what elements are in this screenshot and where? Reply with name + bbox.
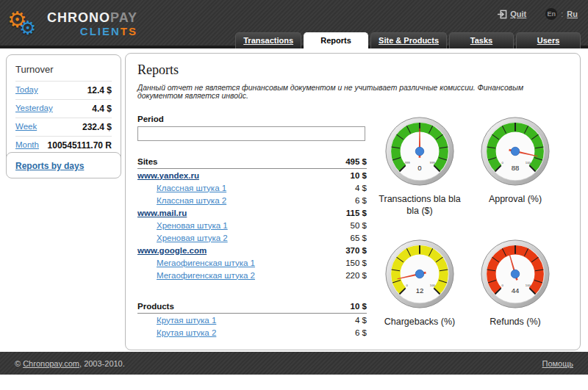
product-row: Крутая штука 26 $ (137, 326, 367, 339)
language-current-badge: En (545, 8, 557, 20)
svg-text:0: 0 (417, 164, 421, 172)
main-tabs: TransactionsReportsSite & ProductsTasksU… (233, 32, 581, 48)
tab-transactions[interactable]: Transactions (235, 32, 301, 48)
sites-header-label: Sites (137, 157, 158, 166)
products-table-header: Products 10 $ (137, 300, 367, 314)
tab-reports[interactable]: Reports (304, 32, 368, 48)
sites-table-header: Sites 495 $ (137, 156, 367, 169)
gauge-label: Approval (%) (489, 194, 542, 206)
svg-text:100: 100 (526, 161, 531, 165)
gauge-label: Transactions bla bla bla ($) (376, 194, 463, 217)
tab-site-products[interactable]: Site & Products (370, 32, 447, 48)
site-product-link[interactable]: Хреновая штука 1 (157, 221, 228, 230)
site-product-value: 4 $ (355, 184, 367, 192)
site-product-link[interactable]: Классная штука 2 (157, 196, 226, 205)
gauge-chargebacks: 0 100 12 Chargebacks (%) (375, 239, 465, 339)
site-product-link[interactable]: Мегаофигенская штука 1 (157, 259, 255, 267)
language-ru-link[interactable]: Ru (567, 10, 578, 18)
product-value: 4 $ (355, 316, 367, 325)
svg-text:12: 12 (416, 286, 424, 295)
language-switcher: En : Ru (545, 8, 578, 20)
gauge-dial: 0 100 44 (480, 239, 551, 312)
svg-text:-999: -999 (404, 161, 411, 165)
copyright-symbol: © (15, 359, 23, 368)
report-disclaimer: Данный отчет не является финансовым доку… (137, 84, 568, 100)
reports-by-days-link[interactable]: Reports by days (15, 161, 84, 171)
turnover-link-week[interactable]: Week (15, 122, 37, 131)
turnover-value: 232.4 $ (82, 122, 112, 132)
logo-chrono: CHRONO (47, 10, 110, 25)
product-link[interactable]: Крутая штука 1 (157, 316, 216, 325)
gauge-label: Refunds (%) (490, 317, 540, 328)
product-row: Крутая штука 14 $ (137, 314, 367, 326)
site-value: 115 $ (346, 209, 367, 217)
site-link[interactable]: www.google.com (137, 246, 207, 255)
turnover-link-month[interactable]: Month (15, 140, 39, 149)
period-label: Period (137, 115, 367, 123)
chronopay-link[interactable]: Chronopay.com (23, 359, 79, 368)
site-row: www.mail.ru115 $ (137, 206, 367, 219)
site-link[interactable]: www.yandex.ru (137, 171, 199, 180)
gears-icon: ⚙ ⚙ (7, 5, 41, 42)
site-product-value: 220 $ (345, 271, 367, 280)
site-product-row: Мегаофигенская штука 2220 $ (137, 269, 367, 281)
site-row: www.google.com370 $ (137, 244, 367, 256)
site-product-link[interactable]: Классная штука 1 (157, 184, 226, 192)
turnover-value: 4.4 $ (92, 104, 112, 114)
turnover-row: Today12.4 $ (15, 81, 112, 99)
period-input[interactable] (137, 126, 365, 141)
footer-copyright: © Chronopay.com, 2003-2010. (15, 359, 125, 368)
turnover-link-yesterday[interactable]: Yesterday (15, 104, 53, 112)
site-product-row: Мегаофигенская штука 1150 $ (137, 256, 367, 269)
help-link[interactable]: Помощь (542, 359, 574, 368)
gauge-label: Chargebacks (%) (384, 317, 456, 328)
gauge-approval: 0 100 88 Approval (%) (470, 116, 560, 227)
site-product-row: Хреновая штука 150 $ (137, 219, 367, 231)
chronopay-logo: ⚙ ⚙ CHRONOPAY CLIENTS (7, 5, 137, 42)
gauges-grid: -999 999 0 Transactions bla bla bla ($) … (375, 116, 560, 339)
language-separator: : (561, 10, 563, 18)
logo-clien: CLIEN (80, 25, 121, 37)
gear-blue-icon: ⚙ (19, 17, 36, 40)
svg-text:44: 44 (512, 286, 520, 295)
gauge-refunds: 0 100 44 Refunds (%) (470, 239, 560, 339)
site-product-row: Классная штука 26 $ (137, 194, 367, 206)
site-product-value: 150 $ (345, 259, 367, 267)
svg-text:100: 100 (526, 284, 531, 288)
logo-ts: TS (121, 25, 137, 37)
gauge-transactions-bla-bla-bla: -999 999 0 Transactions bla bla bla ($) (375, 116, 465, 227)
site-product-link[interactable]: Хреновая штука 2 (157, 234, 228, 242)
turnover-link-today[interactable]: Today (15, 85, 38, 94)
product-link[interactable]: Крутая штука 2 (157, 328, 216, 337)
tab-users[interactable]: Users (516, 32, 581, 48)
products-total-value: 10 $ (351, 302, 367, 311)
sites-total-value: 495 $ (345, 157, 367, 166)
turnover-row: Yesterday4.4 $ (15, 99, 112, 118)
site-product-value: 6 $ (355, 196, 367, 205)
tab-tasks[interactable]: Tasks (449, 32, 514, 48)
gauge-dial: 0 100 12 (384, 239, 455, 312)
gauge-dial: 0 100 88 (480, 116, 551, 189)
copyright-years: , 2003-2010. (79, 359, 125, 368)
quit-link[interactable]: Quit (510, 10, 526, 18)
app-footer: © Chronopay.com, 2003-2010. Помощь (0, 352, 588, 375)
products-table: Products 10 $ Крутая штука 14 $Крутая шт… (137, 300, 367, 339)
turnover-row: Week232.4 $ (15, 118, 112, 136)
logo-pay: PAY (110, 10, 137, 25)
logo-text: CHRONOPAY CLIENTS (47, 11, 137, 37)
report-tables-column: Period Sites 495 $ www.yandex.ru10 $Клас… (137, 115, 367, 339)
gauge-dial: -999 999 0 (384, 116, 455, 189)
site-product-link[interactable]: Мегаофигенская штука 2 (157, 271, 255, 280)
sites-rows: www.yandex.ru10 $Классная штука 14 $Клас… (137, 169, 367, 281)
site-product-row: Классная штука 14 $ (137, 181, 367, 194)
svg-text:88: 88 (512, 164, 520, 172)
sites-table: Sites 495 $ www.yandex.ru10 $Классная шт… (137, 156, 367, 281)
svg-text:999: 999 (430, 161, 436, 165)
site-product-row: Хреновая штука 265 $ (137, 231, 367, 244)
gauges-column: -999 999 0 Transactions bla bla bla ($) … (367, 115, 568, 339)
header-controls: Quit En : Ru (498, 8, 578, 20)
site-link[interactable]: www.mail.ru (137, 209, 187, 217)
reports-by-days-panel: Reports by days (6, 152, 121, 178)
app-header: ⚙ ⚙ CHRONOPAY CLIENTS Quit En : Ru Trans… (0, 0, 588, 48)
site-row: www.yandex.ru10 $ (137, 169, 367, 181)
